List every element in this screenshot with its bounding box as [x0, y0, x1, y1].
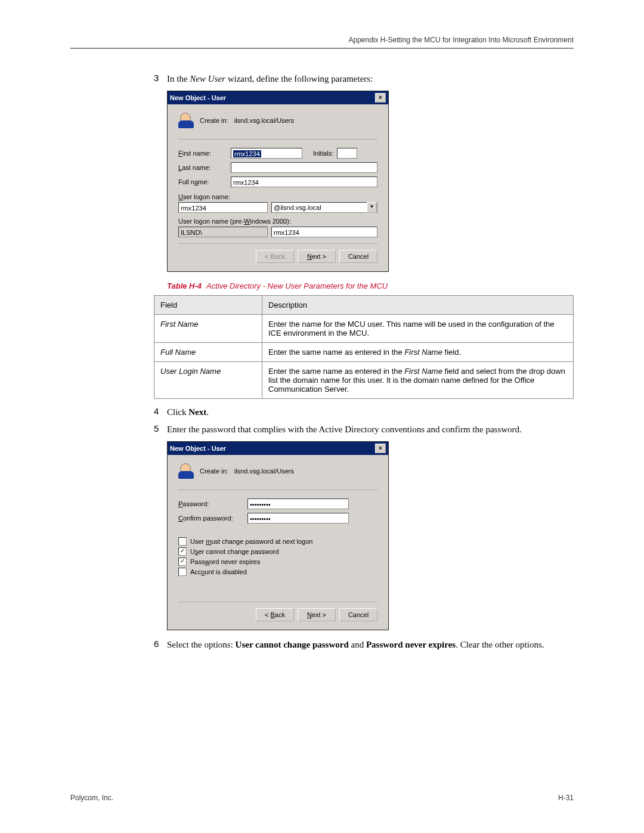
step-3: 3 In the New User wizard, define the fol… — [154, 73, 574, 85]
next-button[interactable]: Next > — [298, 608, 336, 621]
create-in-value: ilsnd.vsg.local/Users — [234, 467, 294, 475]
opt-must-change[interactable]: User must change password at next logon — [178, 537, 377, 546]
user-icon — [178, 113, 194, 128]
logon-name-label: User logon name: — [178, 193, 377, 200]
dialog-title: New Object - User — [170, 445, 226, 452]
logon-pre-label: User logon name (pre-Windows 2000): — [178, 218, 377, 225]
params-table: Field Description First Name Enter the n… — [154, 295, 574, 399]
cancel-button[interactable]: Cancel — [339, 250, 377, 263]
password-input[interactable]: ••••••••• — [247, 498, 349, 509]
table-row: User Login Name Enter the same name as e… — [154, 362, 574, 399]
chevron-down-icon: ▼ — [367, 202, 377, 213]
step-text: In the New User wizard, define the follo… — [167, 73, 574, 85]
logon-domain-select[interactable]: @ilsnd.vsg.local▼ — [271, 202, 377, 213]
dialog-new-user-1: New Object - User × Create in: ilsnd.vsg… — [167, 91, 574, 272]
first-name-label: First name: — [178, 150, 227, 157]
confirm-password-label: Confirm password: — [178, 515, 244, 522]
table-row: Full Name Enter the same name as entered… — [154, 343, 574, 362]
full-name-input[interactable]: rmx1234 — [231, 176, 377, 187]
opt-never-expires[interactable]: ✓Password never expires — [178, 558, 377, 566]
create-in-label: Create in: — [200, 467, 228, 475]
footer-left: Polycom, Inc. — [70, 794, 113, 802]
col-desc: Description — [262, 296, 574, 315]
cancel-button[interactable]: Cancel — [339, 608, 377, 621]
opt-disabled[interactable]: Account is disabled — [178, 568, 377, 576]
opt-cannot-change[interactable]: ✓User cannot change password — [178, 547, 377, 556]
first-name-input[interactable]: rmx1234 — [231, 148, 302, 159]
initials-input[interactable] — [337, 148, 357, 159]
close-icon[interactable]: × — [375, 444, 386, 453]
step-6: 6 Select the options: User cannot change… — [154, 639, 574, 651]
table-caption: Table H-4Active Directory - New User Par… — [167, 281, 574, 290]
create-in-label: Create in: — [200, 117, 228, 124]
dialog-titlebar: New Object - User × — [168, 442, 388, 455]
table-row: First Name Enter the name for the MCU us… — [154, 315, 574, 343]
appendix-header: Appendix H-Setting the MCU for Integrati… — [70, 36, 574, 44]
close-icon[interactable]: × — [375, 93, 386, 103]
last-name-label: Last name: — [178, 164, 227, 171]
confirm-password-input[interactable]: ••••••••• — [247, 513, 349, 524]
next-button[interactable]: Next > — [298, 250, 336, 263]
dialog-title: New Object - User — [170, 94, 226, 101]
step-4: 4 Click Next. — [154, 406, 574, 418]
pre-domain: ILSND\ — [178, 227, 268, 237]
dialog-new-user-2: New Object - User × Create in: ilsnd.vsg… — [167, 441, 574, 630]
page-footer: Polycom, Inc. H-31 — [70, 794, 574, 802]
header-rule — [70, 48, 574, 49]
step-5: 5 Enter the password that complies with … — [154, 423, 574, 435]
initials-label: Initials: — [313, 150, 333, 157]
footer-right: H-31 — [558, 794, 574, 802]
full-name-label: Full name: — [178, 178, 227, 185]
back-button: < Back — [256, 250, 294, 263]
logon-name-input[interactable]: rmx1234 — [178, 202, 268, 213]
col-field: Field — [154, 296, 262, 315]
create-in-value: ilsnd.vsg.local/Users — [234, 117, 294, 124]
user-icon — [178, 463, 194, 479]
dialog-titlebar: New Object - User × — [168, 91, 388, 104]
step-number: 3 — [154, 73, 167, 85]
pre-user-input[interactable]: rmx1234 — [271, 227, 377, 237]
password-label: Password: — [178, 500, 244, 507]
back-button[interactable]: < Back — [256, 608, 294, 621]
last-name-input[interactable] — [231, 162, 377, 173]
